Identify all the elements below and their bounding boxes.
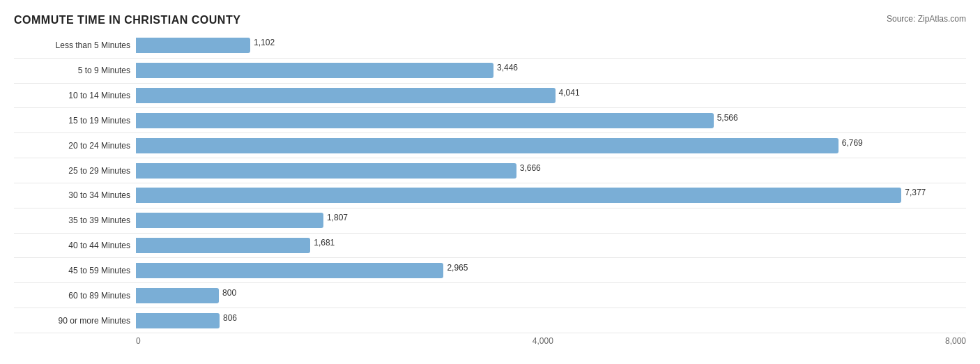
bar-fill: 1,102 [136, 38, 250, 53]
bar-label: 15 to 19 Minutes [14, 116, 136, 126]
bar-track: 6,769 [136, 138, 966, 153]
x-axis-label: 8,000 [945, 336, 966, 346]
bar-value-label: 806 [223, 313, 237, 323]
bar-row: 10 to 14 Minutes4,041 [14, 84, 966, 109]
bar-fill: 2,965 [136, 263, 443, 278]
bar-fill: 6,769 [136, 138, 839, 153]
bar-track: 1,102 [136, 38, 966, 53]
bar-value-label: 800 [222, 288, 236, 298]
bar-track: 4,041 [136, 88, 966, 103]
bar-label: 90 or more Minutes [14, 316, 136, 326]
bar-row: 45 to 59 Minutes2,965 [14, 258, 966, 283]
bar-value-label: 6,769 [842, 138, 863, 148]
bar-value-label: 4,041 [559, 88, 580, 98]
bar-label: Less than 5 Minutes [14, 40, 136, 50]
bar-row: 90 or more Minutes806 [14, 308, 966, 333]
bar-track: 7,377 [136, 188, 966, 203]
bar-track: 3,666 [136, 163, 966, 179]
bar-row: 40 to 44 Minutes1,681 [14, 234, 966, 259]
bar-value-label: 2,965 [447, 263, 468, 273]
bar-track: 1,681 [136, 238, 966, 253]
bar-label: 25 to 29 Minutes [14, 166, 136, 176]
bar-value-label: 1,807 [327, 213, 348, 222]
bar-fill: 4,041 [136, 88, 556, 103]
bar-row: 60 to 89 Minutes800 [14, 283, 966, 308]
x-axis: 04,0008,000 [136, 336, 966, 346]
bar-label: 40 to 44 Minutes [14, 241, 136, 250]
bar-value-label: 1,102 [254, 38, 275, 47]
bar-fill: 3,446 [136, 63, 493, 78]
x-axis-label: 0 [136, 336, 141, 346]
bar-label: 35 to 39 Minutes [14, 215, 136, 225]
bar-value-label: 5,566 [717, 113, 738, 123]
bar-value-label: 1,681 [314, 238, 335, 248]
bar-fill: 800 [136, 288, 219, 303]
bars-area: Less than 5 Minutes1,1025 to 9 Minutes3,… [14, 33, 966, 333]
bar-track: 3,446 [136, 63, 966, 78]
bar-row: 5 to 9 Minutes3,446 [14, 59, 966, 84]
bar-label: 10 to 14 Minutes [14, 91, 136, 100]
bar-fill: 1,681 [136, 238, 310, 253]
bar-fill: 806 [136, 313, 220, 328]
bar-track: 1,807 [136, 213, 966, 228]
bar-row: 30 to 34 Minutes7,377 [14, 183, 966, 208]
bar-value-label: 3,446 [497, 63, 518, 73]
bar-value-label: 7,377 [905, 188, 926, 197]
bar-label: 45 to 59 Minutes [14, 266, 136, 275]
bar-track: 5,566 [136, 113, 966, 128]
bar-track: 806 [136, 313, 966, 328]
bar-row: 20 to 24 Minutes6,769 [14, 133, 966, 158]
bar-value-label: 3,666 [520, 163, 541, 173]
bar-label: 30 to 34 Minutes [14, 190, 136, 200]
bar-row: 25 to 29 Minutes3,666 [14, 158, 966, 183]
x-axis-labels: 04,0008,000 [136, 336, 966, 346]
chart-source: Source: ZipAtlas.com [887, 14, 966, 24]
bar-row: 35 to 39 Minutes1,807 [14, 208, 966, 234]
bar-track: 2,965 [136, 263, 966, 278]
bar-row: 15 to 19 Minutes5,566 [14, 108, 966, 133]
bar-fill: 7,377 [136, 188, 901, 203]
bar-fill: 5,566 [136, 113, 714, 128]
bar-track: 800 [136, 288, 966, 303]
bar-label: 20 to 24 Minutes [14, 141, 136, 151]
bar-label: 5 to 9 Minutes [14, 66, 136, 75]
bar-fill: 1,807 [136, 213, 323, 228]
bar-label: 60 to 89 Minutes [14, 291, 136, 301]
chart-container: COMMUTE TIME IN CHRISTIAN COUNTY Source:… [0, 0, 980, 364]
x-axis-label: 4,000 [533, 336, 553, 346]
bar-fill: 3,666 [136, 163, 516, 179]
chart-title: COMMUTE TIME IN CHRISTIAN COUNTY [14, 14, 966, 26]
bar-row: Less than 5 Minutes1,102 [14, 33, 966, 59]
